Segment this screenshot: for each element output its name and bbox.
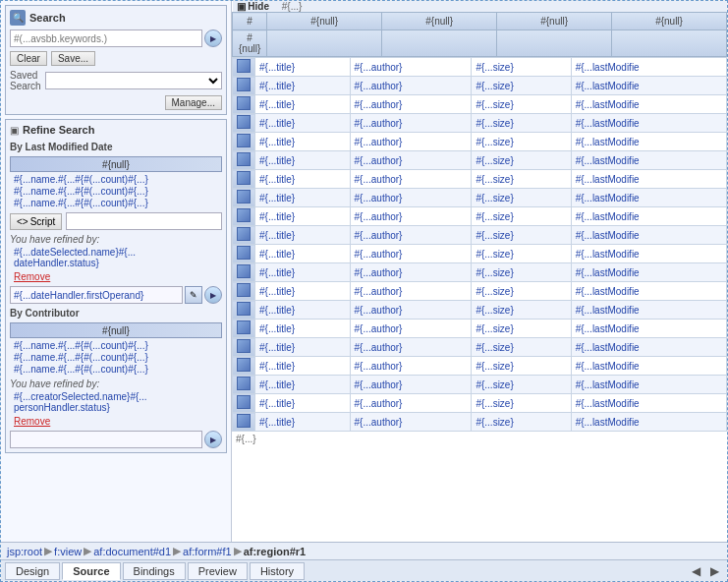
table-row[interactable]: #{...title} #{...author} #{...size} #{..… [233, 77, 727, 95]
breadcrumb-item-1[interactable]: f:view [54, 546, 82, 557]
row-author: #{...author} [350, 301, 472, 320]
data-table: ▣ Hide #{...} # #{null} #{null} #{null} … [232, 1, 727, 57]
table-row[interactable]: #{...title} #{...author} #{...size} #{..… [233, 282, 727, 301]
contrib-filter-item-3[interactable]: #{...name.#{...#{#(...count)#{...} [10, 364, 222, 375]
table-row[interactable]: #{...title} #{...author} #{...size} #{..… [233, 394, 727, 413]
operand-row-1: ✎ ▶ [10, 286, 222, 304]
breadcrumb-item-0[interactable]: jsp:root [7, 546, 42, 557]
row-author: #{...author} [350, 245, 472, 263]
clear-button[interactable]: Clear [10, 51, 47, 66]
row-icon-cell [233, 114, 255, 133]
row-icon [237, 227, 251, 241]
tab-bindings[interactable]: Bindings [123, 562, 186, 580]
row-author: #{...author} [350, 376, 472, 394]
operand-go-button[interactable]: ▶ [204, 286, 222, 304]
table-row[interactable]: #{...title} #{...author} #{...size} #{..… [233, 245, 727, 263]
tab-nav-left[interactable]: ◀ [688, 564, 704, 578]
row-title: #{...title} [255, 320, 351, 338]
table-row[interactable]: #{...title} #{...author} #{...size} #{..… [233, 207, 727, 226]
table-row[interactable]: #{...title} #{...author} #{...size} #{..… [233, 301, 727, 320]
date-filter-item-1[interactable]: #{...name.#{...#{#(...count)#{...} [10, 174, 222, 185]
table-row[interactable]: #{...title} #{...author} #{...size} #{..… [233, 114, 727, 133]
breadcrumb-item-2[interactable]: af:document#d1 [93, 546, 171, 557]
table-row[interactable]: #{...title} #{...author} #{...size} #{..… [233, 170, 727, 189]
remove-link-1[interactable]: Remove [10, 271, 50, 282]
date-filter-item-3[interactable]: #{...name.#{...#{#(...count)#{...} [10, 198, 222, 208]
breadcrumb-bar: jsp:root ▶ f:view ▶ af:document#d1 ▶ af:… [1, 542, 727, 559]
tab-nav-right[interactable]: ▶ [706, 564, 723, 578]
row-icon-cell [233, 95, 255, 114]
data-table-body: #{...title} #{...author} #{...size} #{..… [232, 57, 727, 432]
script-input[interactable] [66, 212, 222, 230]
breadcrumb-sep-3: ▶ [234, 545, 242, 557]
tab-source[interactable]: Source [62, 562, 120, 580]
table-row[interactable]: #{...title} #{...author} #{...size} #{..… [233, 357, 727, 376]
row-size: #{...size} [472, 77, 571, 95]
row-icon-cell [233, 263, 255, 282]
row-size: #{...size} [472, 413, 571, 432]
row-icon-cell [233, 413, 255, 432]
row-icon [237, 78, 251, 91]
tab-history[interactable]: History [250, 562, 305, 580]
tab-design[interactable]: Design [5, 562, 60, 580]
hide-button[interactable]: ▣ Hide [233, 1, 273, 14]
manage-button[interactable]: Manage... [165, 95, 222, 110]
table-row[interactable]: #{...title} #{...author} #{...size} #{..… [233, 226, 727, 245]
table-row[interactable]: #{...title} #{...author} #{...size} #{..… [233, 413, 727, 432]
row-size: #{...size} [472, 58, 571, 77]
refine-header: ▣ Refine Search [10, 124, 222, 136]
row-author: #{...author} [350, 133, 472, 151]
table-row[interactable]: #{...title} #{...author} #{...size} #{..… [233, 263, 727, 282]
table-subheader-row: #{null} [233, 30, 727, 57]
row-author: #{...author} [350, 320, 472, 338]
saved-search-select[interactable] [45, 72, 222, 89]
by-date-title: By Last Modified Date [10, 142, 222, 152]
table-row[interactable]: #{...title} #{...author} #{...size} #{..… [233, 95, 727, 114]
row-title: #{...title} [255, 77, 351, 95]
breadcrumb-sep-1: ▶ [84, 545, 91, 557]
row-icon [237, 171, 251, 185]
row-title: #{...title} [255, 245, 351, 263]
row-title: #{...title} [255, 394, 351, 413]
collapse-icon[interactable]: ▣ [10, 125, 19, 136]
table-row[interactable]: #{...title} #{...author} #{...size} #{..… [233, 376, 727, 394]
row-size: #{...size} [472, 189, 571, 207]
breadcrumb-item-3[interactable]: af:form#f1 [183, 546, 232, 557]
search-go-button[interactable]: ▶ [204, 29, 222, 47]
refined-detail: #{...dateSelected.name}#{...dateHandler.… [10, 247, 222, 268]
date-filter-item-2[interactable]: #{...name.#{...#{#(...count)#{...} [10, 186, 222, 197]
search-input[interactable] [10, 29, 202, 47]
contrib-filter-item-2[interactable]: #{...name.#{...#{#(...count)#{...} [10, 352, 222, 363]
search-section: 🔍 Search ▶ Clear Save... SavedSearch Man… [5, 5, 227, 115]
row-icon [237, 208, 251, 222]
remove-link-2[interactable]: Remove [10, 416, 50, 427]
table-row[interactable]: #{...title} #{...author} #{...size} #{..… [233, 133, 727, 151]
row-size: #{...size} [472, 151, 571, 170]
date-operand-input[interactable] [10, 286, 183, 304]
save-button[interactable]: Save... [51, 51, 95, 66]
subheader-num: #{null} [233, 30, 267, 57]
script-button[interactable]: <> Script [10, 213, 62, 230]
row-icon-cell [233, 226, 255, 245]
operand-edit-icon[interactable]: ✎ [185, 286, 202, 304]
header-col2: #{null} [382, 13, 497, 30]
table-row[interactable]: #{...title} #{...author} #{...size} #{..… [233, 320, 727, 338]
table-row[interactable]: #{...title} #{...author} #{...size} #{..… [233, 151, 727, 170]
table-row[interactable]: #{...title} #{...author} #{...size} #{..… [233, 58, 727, 77]
hide-row: ▣ Hide #{...} [233, 1, 727, 13]
row-icon-cell [233, 170, 255, 189]
table-row[interactable]: #{...title} #{...author} #{...size} #{..… [233, 189, 727, 207]
row-icon-cell [233, 376, 255, 394]
row-icon [237, 283, 251, 297]
contrib-filter-item-1[interactable]: #{...name.#{...#{#(...count)#{...} [10, 340, 222, 351]
manage-row: Manage... [10, 95, 222, 110]
row-title: #{...title} [255, 189, 351, 207]
person-operand-input[interactable] [10, 431, 202, 448]
table-row[interactable]: #{...title} #{...author} #{...size} #{..… [233, 338, 727, 357]
person-go-button[interactable]: ▶ [204, 431, 222, 448]
search-section-header: 🔍 Search [10, 10, 222, 26]
tab-preview[interactable]: Preview [188, 562, 248, 580]
script-brackets-icon: <> [17, 216, 28, 227]
row-icon [237, 302, 251, 316]
row-author: #{...author} [350, 394, 472, 413]
